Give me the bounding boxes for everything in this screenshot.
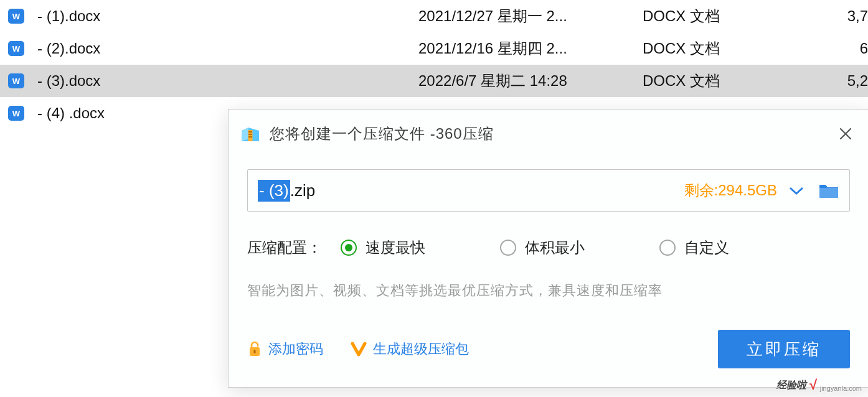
dialog-titlebar: 您将创建一个压缩文件 -360压缩	[229, 110, 868, 158]
config-label: 压缩配置：	[247, 238, 341, 258]
file-name: - (1).docx	[37, 7, 418, 25]
file-size: 5,2	[829, 72, 868, 90]
lock-icon	[247, 341, 262, 357]
file-size: 6	[829, 40, 868, 57]
super-pack-link[interactable]: 生成超级压缩包	[351, 340, 469, 358]
watermark: 经验啦 √ jingyanla.com	[776, 377, 862, 393]
watermark-url: jingyanla.com	[820, 385, 862, 392]
svg-text:W: W	[12, 12, 21, 21]
checkmark-icon: √	[809, 377, 816, 393]
radio-custom[interactable]: 自定义	[659, 238, 729, 258]
svg-text:W: W	[12, 44, 21, 54]
radio-speed-fast[interactable]: 速度最快	[341, 238, 425, 258]
svg-text:W: W	[12, 77, 21, 86]
svg-rect-12	[819, 188, 838, 198]
svg-rect-14	[254, 350, 256, 353]
output-filename-input[interactable]: - (3).zip 剩余:294.5GB	[247, 169, 850, 212]
dialog-bottom-row: 添加密码 生成超级压缩包 立即压缩	[247, 330, 850, 368]
radio-label: 速度最快	[366, 238, 425, 258]
svg-rect-11	[248, 136, 252, 138]
browse-folder-button[interactable]	[818, 182, 839, 199]
radio-size-small[interactable]: 体积最小	[500, 238, 585, 258]
svg-text:W: W	[12, 109, 21, 118]
radio-label: 自定义	[684, 238, 729, 258]
svg-rect-9	[248, 131, 252, 133]
file-name: - (3).docx	[37, 72, 418, 90]
link-label: 生成超级压缩包	[373, 340, 469, 358]
svg-rect-10	[248, 134, 252, 135]
file-row[interactable]: W - (3).docx 2022/6/7 星期二 14:28 DOCX 文档 …	[0, 65, 868, 97]
dialog-body: - (3).zip 剩余:294.5GB 压缩配置： 速度最快 体积最小	[229, 158, 868, 387]
file-date: 2021/12/27 星期一 2...	[418, 6, 643, 26]
close-button[interactable]	[835, 123, 856, 144]
link-label: 添加密码	[268, 340, 323, 358]
file-date: 2021/12/16 星期四 2...	[418, 39, 643, 58]
docx-icon: W	[6, 103, 26, 123]
file-name: - (2).docx	[37, 40, 418, 57]
file-row[interactable]: W - (1).docx 2021/12/27 星期一 2... DOCX 文档…	[0, 0, 868, 32]
format-dropdown[interactable]	[788, 185, 804, 196]
radio-icon	[500, 240, 516, 256]
config-hint: 智能为图片、视频、文档等挑选最优压缩方式，兼具速度和压缩率	[247, 281, 850, 300]
docx-icon: W	[6, 6, 26, 26]
file-date: 2022/6/7 星期二 14:28	[418, 71, 643, 91]
filename-extension: .zip	[290, 181, 315, 200]
compress-dialog: 您将创建一个压缩文件 -360压缩 - (3).zip 剩余:294.5GB 压…	[228, 109, 868, 388]
dialog-title: 您将创建一个压缩文件 -360压缩	[270, 124, 835, 144]
radio-icon	[341, 240, 357, 256]
add-password-link[interactable]: 添加密码	[247, 340, 323, 358]
compress-now-button[interactable]: 立即压缩	[718, 330, 850, 368]
file-type: DOCX 文档	[643, 71, 829, 91]
file-type: DOCX 文档	[643, 6, 829, 26]
disk-remaining-label: 剩余:294.5GB	[684, 180, 777, 200]
v-badge-icon	[351, 342, 367, 357]
compress-config-row: 压缩配置： 速度最快 体积最小 自定义	[247, 238, 850, 258]
zip-app-icon	[240, 123, 261, 144]
file-size: 3,7	[829, 7, 868, 25]
file-row[interactable]: W - (2).docx 2021/12/16 星期四 2... DOCX 文档…	[0, 32, 868, 65]
watermark-text: 经验啦	[776, 379, 806, 392]
docx-icon: W	[6, 39, 26, 58]
filename-selected-part: - (3)	[258, 180, 290, 202]
file-type: DOCX 文档	[643, 39, 829, 58]
docx-icon: W	[6, 71, 26, 91]
radio-icon	[659, 240, 676, 256]
radio-label: 体积最小	[525, 238, 585, 258]
